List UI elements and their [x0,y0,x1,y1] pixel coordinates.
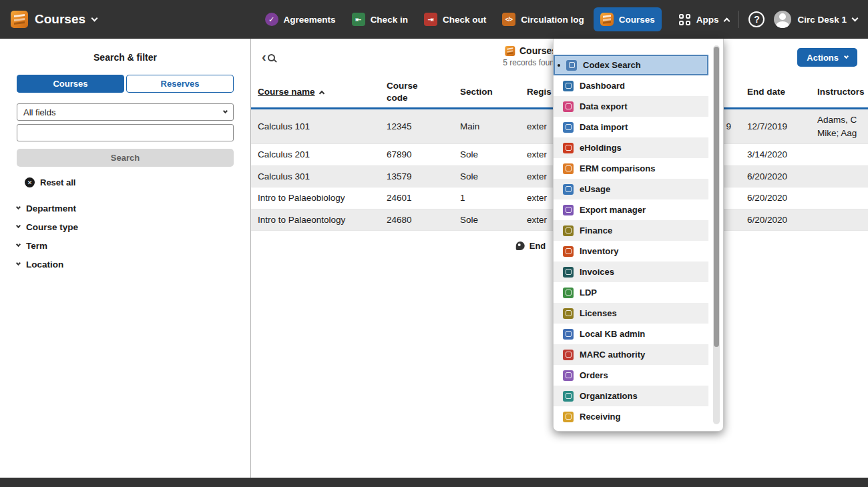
nav-item-label: Courses [619,15,655,25]
apps-menu-item-data-import[interactable]: Data import [554,117,708,137]
check-in-icon: ⇤ [352,13,365,26]
nav-item-label: Check out [443,15,486,25]
column-header-instructors[interactable]: Instructors [817,87,868,97]
apps-menu-item-eholdings[interactable]: eHoldings [554,137,708,158]
apps-menu-item-label: Export manager [580,205,646,215]
cell-course-name: Calculus 201 [258,144,387,165]
apps-menu-item-label: LDP [580,288,597,298]
apps-menu-item-codex-search[interactable]: Codex Search [554,55,708,75]
cell-course-code: 24680 [387,209,460,231]
apps-menu-item-export-manager[interactable]: Export manager [554,199,708,220]
apps-menu-item-label: Organizations [580,391,638,401]
help-button[interactable]: ? [748,11,765,27]
filter-section-course-type[interactable]: Course type [17,222,234,232]
apps-menu-item-receiving[interactable]: Receiving [554,406,708,427]
eholdings-app-icon [563,143,574,153]
record-count: 5 records found [503,58,558,67]
actions-button[interactable]: Actions [797,48,857,67]
reset-all-label: Reset all [40,177,75,187]
main-content: Search & filter Courses Reserves All fie… [0,39,868,478]
user-menu-button[interactable]: Circ Desk 1 [774,11,857,28]
column-header-course-code[interactable]: Course code [387,80,460,103]
finance-app-icon [563,225,574,236]
apps-menu-item-label: Data export [580,101,628,111]
cell-course-name: Calculus 301 [258,166,387,187]
folio-window: Courses ✓ Agreements ⇤ Check in ⇥ Check … [0,0,868,487]
apps-menu-item-data-export[interactable]: Data export [554,96,708,117]
cell-end-date: 6/20/2020 [747,166,817,187]
top-bar: Courses ✓ Agreements ⇤ Check in ⇥ Check … [0,0,868,39]
apps-menu-item-label: MARC authority [580,350,645,360]
cell-section: 1 [460,187,527,209]
apps-menu-item-licenses[interactable]: Licenses [554,303,708,324]
apps-menu-item-organizations[interactable]: Organizations [554,386,708,406]
chevron-up-icon [724,17,730,24]
results-title: Courses [519,45,557,56]
apps-menu-item-label: Data import [580,122,628,132]
orders-app-icon [563,370,574,381]
user-avatar-icon [774,11,791,28]
tab-courses[interactable]: Courses [17,75,124,93]
column-header-course-name[interactable]: Course name [258,87,387,97]
chevron-down-icon [223,108,228,113]
codex-search-app-icon [566,60,577,71]
collapse-filter-pane-button[interactable]: ‹ [262,52,275,63]
nav-item-label: Circulation log [521,15,584,25]
nav-item-agreements[interactable]: ✓ Agreements [258,7,343,31]
cell-course-code: 67890 [387,144,460,165]
apps-menu-item-eusage[interactable]: eUsage [554,179,708,199]
results-title-block: Courses 5 records found [503,45,558,67]
apps-menu-item-ldp[interactable]: LDP [554,282,708,303]
reset-all-button[interactable]: ✕ Reset all [25,177,234,187]
filter-section-term[interactable]: Term [17,241,234,251]
cell-section: Main [460,116,527,137]
apps-menu-item-inventory[interactable]: Inventory [554,241,708,262]
column-header-section[interactable]: Section [460,87,527,97]
local-kb-admin-app-icon [563,329,574,340]
select-value: All fields [23,107,55,117]
filter-pane-title: Search & filter [17,52,234,63]
cell-end-date: 6/20/2020 [747,187,817,209]
filter-section-location[interactable]: Location [17,260,234,270]
filter-section-label: Department [26,203,76,213]
apps-menu-item-label: eHoldings [580,143,622,153]
apps-menu-item-label: Finance [580,225,612,235]
apps-menu-item-invoices[interactable]: Invoices [554,262,708,282]
filter-section-label: Term [26,241,47,251]
filter-section-department[interactable]: Department [17,203,234,213]
filter-section-label: Location [26,260,63,270]
apps-menu-item-finance[interactable]: Finance [554,220,708,241]
apps-menu-item-orders[interactable]: Orders [554,365,708,386]
apps-menu-button[interactable]: Apps [679,14,730,25]
search-button[interactable]: Search [17,149,234,167]
apps-menu-item-marc-authority[interactable]: MARC authority [554,344,708,365]
apps-menu-item-dashboard[interactable]: Dashboard [554,75,708,96]
nav-item-check-in[interactable]: ⇤ Check in [345,7,415,31]
tab-reserves[interactable]: Reserves [126,75,234,93]
nav-item-circulation-log[interactable]: </> Circulation log [495,7,591,31]
actions-label: Actions [807,53,839,63]
divider [738,11,739,28]
chevron-down-icon [852,15,859,21]
apps-menu-item-label: Receiving [580,412,620,422]
apps-menu-scrollbar[interactable] [713,45,720,424]
cell-instructors [817,216,868,224]
scrollbar-thumb[interactable] [714,47,719,347]
search-input[interactable] [17,124,234,141]
organizations-app-icon [563,391,574,402]
nav-item-check-out[interactable]: ⇥ Check out [417,7,493,31]
bottom-bar [0,478,868,487]
apps-menu-item-label: Codex Search [583,60,641,70]
apps-menu-item-erm-comparisons[interactable]: ERM comparisons [554,158,708,179]
nav-item-courses-active[interactable]: Courses [594,7,662,31]
cell-course-name: Intro to Palaeobiology [258,187,387,209]
search-field-select[interactable]: All fields [17,103,234,121]
apps-menu-item-local-kb-admin[interactable]: Local KB admin [554,324,708,344]
user-label: Circ Desk 1 [797,15,847,25]
column-header-end-date[interactable]: End date [747,87,817,97]
cell-instructors: Adams, C Mike; Aag [817,109,868,143]
nav-item-label: Check in [371,15,408,25]
cell-section: Sole [460,209,527,231]
apps-menu-item-label: eUsage [580,184,610,194]
current-app-switcher[interactable]: Courses [11,11,97,28]
